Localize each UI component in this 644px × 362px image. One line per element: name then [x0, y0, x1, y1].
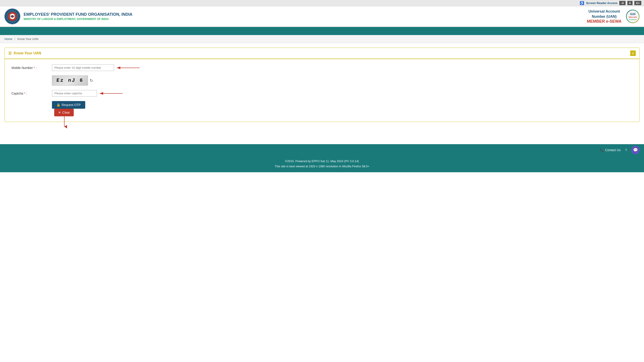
org-logo: EPFO — [4, 8, 20, 24]
mobile-input-group — [52, 64, 142, 71]
section-title: ☰ Know Your UAN — [8, 51, 41, 55]
svg-text:Vasudhaiva: Vasudhaiva — [629, 19, 636, 20]
captcha-image-label — [12, 75, 52, 77]
breadcrumb-home[interactable]: Home — [4, 37, 12, 41]
breadcrumb-current: Know Your UAN — [18, 37, 38, 41]
logo-inner: EPFO — [5, 9, 20, 23]
collapse-button[interactable]: ⊟ — [630, 50, 636, 56]
footer-main: ©2015. Powered by EPFO Sat 11, May 2024 … — [0, 156, 644, 172]
footer-copyright: ©2015. Powered by EPFO Sat 11, May 2024 … — [4, 159, 640, 164]
accessibility-icon: ♿ — [580, 1, 584, 5]
section-box: ☰ Know Your UAN ⊟ Mobile Number * : — [4, 48, 640, 122]
captcha-text: Ez nJ 6 — [56, 78, 84, 83]
captcha-row: Captcha * : — [12, 90, 632, 97]
org-subtitle: MINISTRY OF LABOUR & EMPLOYMENT, GOVERNM… — [24, 17, 132, 21]
font-increase-button[interactable]: A+ — [634, 1, 641, 5]
contact-us-button[interactable]: 📞 Contact Us — [600, 148, 620, 152]
header-right: Universal Account Number (UAN) MEMBER e-… — [587, 9, 640, 24]
uan-title-line1: Universal Account Number (UAN) — [587, 9, 622, 19]
mobile-arrow-annotation — [115, 65, 142, 70]
captcha-refresh-button[interactable]: ↻ — [90, 78, 93, 83]
g20-block: G20 INDIA 2023 Vasudhaiva — [626, 10, 640, 23]
help-button[interactable]: ? — [625, 148, 627, 152]
font-normal-button[interactable]: A — [627, 1, 632, 5]
footer-resolution: This site is best viewed at 1920 x 1080 … — [4, 164, 640, 169]
org-name: EMPLOYEES' PROVIDENT FUND ORGANISATION, … — [24, 12, 132, 17]
captcha-image-row: Ez nJ 6 ↻ — [12, 75, 632, 86]
chat-icon: 💬 — [633, 148, 638, 153]
screen-reader-link[interactable]: Screen Reader Access — [586, 1, 618, 5]
captcha-image-group: Ez nJ 6 ↻ — [52, 75, 93, 86]
request-otp-button[interactable]: 🔒 Request OTP — [52, 101, 85, 109]
otp-icon: 🔒 — [56, 103, 60, 107]
mobile-row: Mobile Number * : — [12, 64, 632, 71]
mobile-input[interactable] — [52, 64, 114, 71]
form-body: Mobile Number * : — [5, 59, 639, 122]
captcha-input[interactable] — [52, 90, 97, 97]
svg-text:INDIA 2023: INDIA 2023 — [629, 16, 637, 18]
g20-logo: G20 INDIA 2023 Vasudhaiva — [626, 10, 640, 23]
uan-block: Universal Account Number (UAN) MEMBER e-… — [587, 9, 622, 24]
button-row: 🔒 Request OTP ✕ Clear — [12, 101, 632, 116]
nav-bar — [0, 27, 644, 35]
hamburger-icon: ☰ — [8, 51, 12, 55]
phone-icon: 📞 — [600, 148, 604, 152]
font-decrease-button[interactable]: -A — [619, 1, 626, 5]
otp-label: Request OTP — [62, 103, 81, 107]
footer-action-bar: 📞 Contact Us ? 💬 — [0, 144, 644, 156]
captcha-image: Ez nJ 6 — [52, 75, 88, 86]
otp-arrow-annotation — [60, 111, 69, 130]
main-content: ☰ Know Your UAN ⊟ Mobile Number * : — [0, 43, 644, 144]
header-left: EPFO EMPLOYEES' PROVIDENT FUND ORGANISAT… — [4, 8, 132, 24]
captcha-input-wrapper — [52, 90, 125, 97]
breadcrumb-sep: / — [14, 37, 15, 41]
captcha-label: Captcha * : — [12, 90, 52, 95]
chat-button[interactable]: 💬 — [632, 146, 640, 154]
mobile-required: * — [34, 66, 35, 70]
mobile-input-wrapper — [52, 64, 142, 71]
page-header: EPFO EMPLOYEES' PROVIDENT FUND ORGANISAT… — [0, 6, 644, 27]
captcha-arrow-annotation — [98, 91, 125, 96]
captcha-required: * — [24, 92, 25, 95]
mobile-label: Mobile Number * : — [12, 64, 52, 70]
svg-text:G20: G20 — [630, 12, 636, 16]
org-text: EMPLOYEES' PROVIDENT FUND ORGANISATION, … — [24, 12, 132, 21]
breadcrumb: Home / Know Your UAN — [0, 35, 644, 43]
section-header: ☰ Know Your UAN ⊟ — [5, 48, 639, 59]
uan-subtitle: MEMBER e-SEWA — [587, 19, 622, 24]
accessibility-bar: ♿ Screen Reader Access -A A A+ — [0, 0, 644, 6]
svg-text:EPFO: EPFO — [9, 15, 15, 18]
